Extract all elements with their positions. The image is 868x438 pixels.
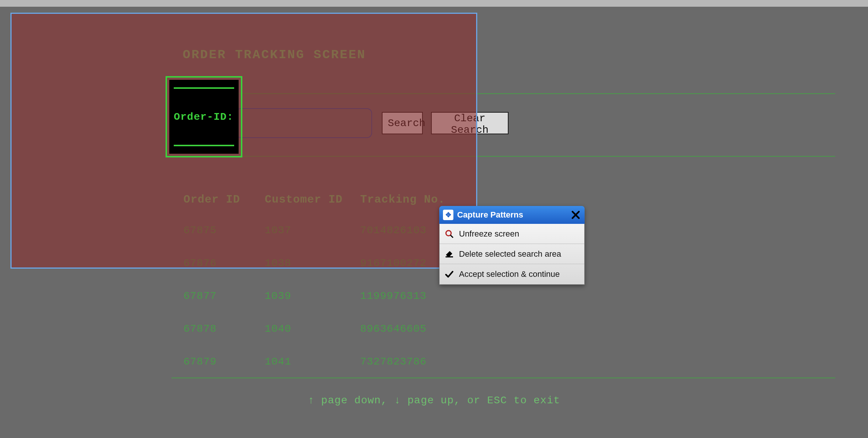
eraser-icon	[444, 249, 455, 259]
cell-tracking-no: 7014826103	[360, 225, 427, 236]
cell-tracking-no: 8963646605	[360, 323, 427, 335]
capture-patterns-menu: ✥ Capture Patterns Unfreeze screen Delet…	[439, 206, 585, 285]
svg-line-1	[450, 235, 453, 238]
magnifier-icon	[444, 229, 455, 239]
cell-order-id: 67878	[183, 323, 217, 335]
menu-titlebar[interactable]: ✥ Capture Patterns	[439, 206, 585, 224]
menu-item-delete-area[interactable]: Delete selected search area	[440, 244, 584, 264]
menu-item-accept[interactable]: Accept selection & continue	[440, 264, 584, 284]
divider	[172, 93, 835, 94]
menu-body: Unfreeze screen Delete selected search a…	[439, 224, 585, 285]
clear-search-button[interactable]: Clear Search	[431, 112, 509, 134]
cell-order-id: 67875	[183, 225, 217, 236]
divider	[172, 378, 835, 378]
menu-item-unfreeze[interactable]: Unfreeze screen	[440, 224, 584, 244]
col-header-order-id: Order ID	[183, 193, 240, 206]
menu-title-label: Capture Patterns	[457, 210, 523, 220]
menu-item-label: Accept selection & continue	[459, 269, 560, 279]
cell-customer-id: 1041	[265, 356, 291, 367]
app-icon: ✥	[443, 210, 453, 220]
menu-item-label: Unfreeze screen	[459, 229, 519, 239]
cell-tracking-no: 7327823786	[360, 356, 427, 367]
cell-customer-id: 1039	[265, 290, 291, 302]
close-icon[interactable]	[570, 209, 582, 221]
cell-order-id: 67879	[183, 356, 217, 367]
svg-rect-2	[446, 256, 453, 257]
window-topbar	[0, 0, 868, 7]
col-header-tracking-no: Tracking No.	[360, 193, 445, 206]
cell-customer-id: 1038	[265, 257, 291, 269]
cell-order-id: 67877	[183, 290, 217, 302]
search-button[interactable]: Search	[382, 112, 423, 134]
menu-item-label: Delete selected search area	[459, 249, 561, 259]
cell-order-id: 67876	[183, 257, 217, 269]
cell-tracking-no: 1199976313	[360, 290, 427, 302]
footer-hint: ↑ page down, ↓ page up, or ESC to exit	[0, 395, 868, 406]
terminal-screen: ORDER TRACKING SCREEN Search Clear Searc…	[0, 7, 868, 438]
cell-tracking-no: 9167100272	[360, 257, 427, 269]
page-title: ORDER TRACKING SCREEN	[183, 48, 366, 62]
cell-customer-id: 1040	[265, 323, 291, 335]
order-id-input[interactable]	[236, 108, 372, 138]
svg-point-0	[446, 231, 451, 236]
divider	[172, 156, 835, 157]
cell-customer-id: 1037	[265, 225, 291, 236]
col-header-customer-id: Customer ID	[265, 193, 343, 206]
check-icon	[444, 269, 455, 279]
